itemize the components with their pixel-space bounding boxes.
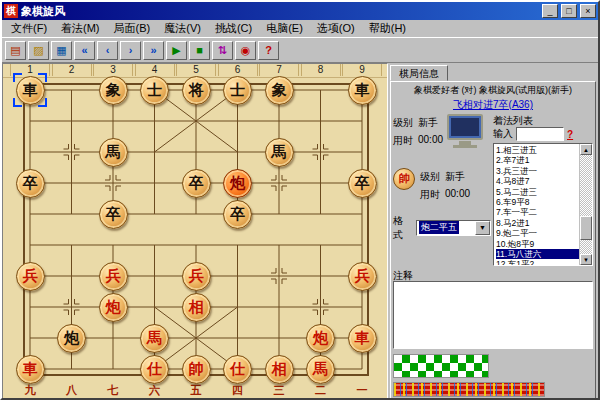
move-item[interactable]: 4.马8进7 bbox=[496, 176, 579, 186]
red-piece[interactable]: 馬 bbox=[306, 355, 335, 384]
app-window: 棋 象棋旋风 _ □ × 文件(F)着法(M)局面(B)魔法(V)挑战(C)电脑… bbox=[0, 0, 600, 400]
black-piece[interactable]: 士 bbox=[140, 76, 169, 105]
red-level-label: 级别 bbox=[420, 170, 440, 184]
move-item[interactable]: 8.马2进1 bbox=[496, 218, 579, 228]
black-piece[interactable]: 士 bbox=[223, 76, 252, 105]
checker-image bbox=[393, 354, 489, 378]
black-piece[interactable]: 炮 bbox=[57, 324, 86, 353]
red-piece[interactable]: 兵 bbox=[348, 262, 377, 291]
prev-move-button[interactable]: ‹ bbox=[97, 41, 118, 60]
format-value: 炮二平五 bbox=[419, 221, 459, 234]
opening-link[interactable]: 飞相对进7卒(A36) bbox=[393, 98, 593, 112]
red-piece[interactable]: 兵 bbox=[16, 262, 45, 291]
notes-textarea[interactable] bbox=[393, 281, 593, 349]
tab-game-info[interactable]: 棋局信息 bbox=[390, 65, 448, 81]
toolbar: ▤▨▦«‹›»▶■⇅◉? bbox=[2, 37, 598, 63]
red-piece[interactable]: 車 bbox=[348, 324, 377, 353]
menu-bar: 文件(F)着法(M)局面(B)魔法(V)挑战(C)电脑(E)选项(O)帮助(H) bbox=[2, 20, 598, 37]
scroll-track[interactable] bbox=[580, 155, 592, 254]
black-piece[interactable]: 卒 bbox=[182, 169, 211, 198]
tab-strip: 棋局信息 bbox=[390, 65, 596, 81]
menu-item-7[interactable]: 选项(O) bbox=[310, 20, 362, 37]
input-label: 输入 bbox=[493, 127, 513, 141]
last-move-button[interactable]: » bbox=[143, 41, 164, 60]
move-item[interactable]: 11.马八进六 bbox=[496, 249, 579, 259]
moves-list[interactable]: 1.相三进五2.卒7进13.兵三进一4.马8进75.马二进三6.车9平87.车一… bbox=[494, 144, 579, 265]
format-row: 格式 炮二平五 ▼ bbox=[393, 214, 491, 242]
black-piece[interactable]: 卒 bbox=[348, 169, 377, 198]
black-piece[interactable]: 将 bbox=[182, 76, 211, 105]
black-piece[interactable]: 炮 bbox=[223, 169, 252, 198]
black-piece[interactable]: 車 bbox=[348, 76, 377, 105]
black-piece[interactable]: 卒 bbox=[16, 169, 45, 198]
menu-item-1[interactable]: 文件(F) bbox=[4, 20, 54, 37]
black-piece[interactable]: 卒 bbox=[223, 200, 252, 229]
menu-item-4[interactable]: 魔法(V) bbox=[157, 20, 208, 37]
red-piece[interactable]: 兵 bbox=[99, 262, 128, 291]
black-piece[interactable]: 卒 bbox=[99, 200, 128, 229]
black-piece[interactable]: 象 bbox=[99, 76, 128, 105]
close-button[interactable]: × bbox=[580, 4, 596, 18]
move-item[interactable]: 10.炮8平9 bbox=[496, 239, 579, 249]
chess-board[interactable]: 123456789 九八七六五四三二一 車象士将士象車馬馬卒卒炮卒卒卒炮兵兵兵兵… bbox=[2, 63, 388, 400]
red-piece[interactable]: 仕 bbox=[223, 355, 252, 384]
selection-marker bbox=[13, 73, 22, 82]
selection-marker bbox=[38, 98, 47, 107]
minimize-button[interactable]: _ bbox=[542, 4, 558, 18]
red-general-icon: 帥 bbox=[393, 168, 415, 190]
column-number: 7 bbox=[259, 64, 299, 76]
red-piece[interactable]: 帥 bbox=[182, 355, 211, 384]
move-item[interactable]: 7.车一平二 bbox=[496, 207, 579, 217]
red-piece[interactable]: 炮 bbox=[99, 293, 128, 322]
new-game-button[interactable]: ▤ bbox=[5, 41, 26, 60]
auto-play-button[interactable]: ▶ bbox=[166, 41, 187, 60]
menu-item-6[interactable]: 电脑(E) bbox=[259, 20, 310, 37]
red-time-value: 00:00 bbox=[445, 188, 470, 202]
red-piece[interactable]: 相 bbox=[182, 293, 211, 322]
move-item[interactable]: 6.车9平8 bbox=[496, 197, 579, 207]
save-file-button[interactable]: ▦ bbox=[51, 41, 72, 60]
menu-item-8[interactable]: 帮助(H) bbox=[362, 20, 413, 37]
scroll-thumb[interactable] bbox=[580, 216, 592, 240]
banner-image bbox=[393, 382, 545, 397]
scroll-up-icon[interactable]: ▲ bbox=[580, 144, 592, 155]
moves-scrollbar[interactable]: ▲ ▼ bbox=[579, 144, 592, 265]
info-panel: 棋局信息 象棋爱好者 (对) 象棋旋风(试用版)(新手) 飞相对进7卒(A36)… bbox=[388, 63, 598, 400]
menu-item-5[interactable]: 挑战(C) bbox=[208, 20, 259, 37]
help-button[interactable]: ? bbox=[258, 41, 279, 60]
move-item[interactable]: 1.相三进五 bbox=[496, 145, 579, 155]
open-file-button[interactable]: ▨ bbox=[28, 41, 49, 60]
first-move-button[interactable]: « bbox=[74, 41, 95, 60]
title-bar[interactable]: 棋 象棋旋风 _ □ × bbox=[2, 2, 598, 20]
black-piece[interactable]: 馬 bbox=[99, 138, 128, 167]
move-item[interactable]: 12.车1平2 bbox=[496, 259, 579, 265]
input-help-mark[interactable]: ? bbox=[567, 129, 573, 140]
file-number: 七 bbox=[108, 383, 119, 398]
red-piece[interactable]: 馬 bbox=[140, 324, 169, 353]
computer-move-button[interactable]: ◉ bbox=[235, 41, 256, 60]
black-piece[interactable]: 象 bbox=[265, 76, 294, 105]
red-piece[interactable]: 炮 bbox=[306, 324, 335, 353]
move-input[interactable] bbox=[516, 127, 564, 141]
move-item[interactable]: 9.炮二平一 bbox=[496, 228, 579, 238]
red-piece[interactable]: 兵 bbox=[182, 262, 211, 291]
next-move-button[interactable]: › bbox=[120, 41, 141, 60]
red-piece[interactable]: 仕 bbox=[140, 355, 169, 384]
menu-item-2[interactable]: 着法(M) bbox=[54, 20, 107, 37]
red-piece[interactable]: 相 bbox=[265, 355, 294, 384]
format-label: 格式 bbox=[393, 214, 413, 242]
maximize-button[interactable]: □ bbox=[561, 4, 577, 18]
red-piece[interactable]: 車 bbox=[16, 355, 45, 384]
format-combobox[interactable]: 炮二平五 ▼ bbox=[416, 220, 491, 236]
combo-dropdown-icon[interactable]: ▼ bbox=[475, 221, 490, 235]
move-item[interactable]: 3.兵三进一 bbox=[496, 166, 579, 176]
black-piece[interactable]: 馬 bbox=[265, 138, 294, 167]
menu-item-3[interactable]: 局面(B) bbox=[107, 20, 158, 37]
moves-list-label: 着法列表 bbox=[493, 114, 593, 126]
scroll-down-icon[interactable]: ▼ bbox=[580, 254, 592, 265]
move-item[interactable]: 2.卒7进1 bbox=[496, 155, 579, 165]
file-number: 三 bbox=[274, 383, 285, 398]
move-item[interactable]: 5.马二进三 bbox=[496, 187, 579, 197]
flip-board-button[interactable]: ⇅ bbox=[212, 41, 233, 60]
stop-button[interactable]: ■ bbox=[189, 41, 210, 60]
